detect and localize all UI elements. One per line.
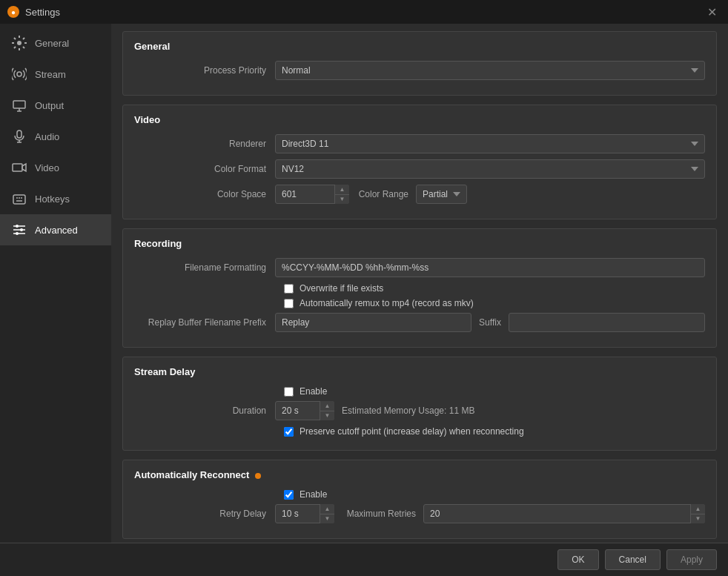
duration-down[interactable]: ▼ — [320, 411, 334, 421]
sidebar-item-audio[interactable]: Audio — [0, 121, 111, 152]
remux-checkbox[interactable] — [284, 299, 294, 308]
color-format-label: Color Format — [134, 164, 275, 174]
recording-section-title: Recording — [134, 238, 705, 249]
max-retries-arrows: ▲ ▼ — [690, 504, 705, 523]
process-priority-select[interactable]: Normal — [275, 61, 705, 80]
filename-input[interactable]: %CCYY-%MM-%DD %hh-%mm-%ss — [275, 258, 705, 277]
max-retries-up[interactable]: ▲ — [691, 504, 705, 514]
remux-label: Automatically remux to mp4 (record as mk… — [300, 298, 474, 308]
auto-reconnect-section: Automatically Reconnect Enable Retry Del… — [122, 460, 717, 539]
color-space-up[interactable]: ▲ — [335, 185, 349, 195]
sidebar-label-stream: Stream — [35, 69, 66, 80]
svg-rect-4 — [13, 164, 22, 171]
max-retries-spinbox-wrapper: ▲ ▼ — [423, 504, 705, 523]
svg-rect-5 — [13, 195, 25, 204]
overwrite-checkbox[interactable] — [284, 284, 294, 294]
process-priority-row: Process Priority Normal — [134, 61, 705, 80]
sidebar-item-output[interactable]: Output — [0, 90, 111, 121]
hotkeys-icon — [11, 191, 27, 207]
auto-reconnect-title-text: Automatically Reconnect — [134, 469, 249, 480]
svg-point-1 — [17, 72, 21, 76]
sidebar-item-video[interactable]: Video — [0, 152, 111, 183]
delay-enable-row: Enable — [134, 386, 705, 397]
general-section: General Process Priority Normal — [122, 31, 717, 96]
color-format-select-wrapper: NV12 — [275, 159, 705, 179]
stream-delay-title: Stream Delay — [134, 366, 705, 377]
gear-icon — [11, 35, 27, 51]
cancel-button[interactable]: Cancel — [605, 549, 661, 570]
max-retries-down[interactable]: ▼ — [691, 514, 705, 524]
memory-usage-text: Estimated Memory Usage: 11 MB — [342, 405, 474, 416]
titlebar-left: ● Settings — [7, 6, 60, 18]
renderer-row: Renderer Direct3D 11 — [134, 134, 705, 153]
sidebar-label-video: Video — [35, 162, 59, 173]
remux-row: Automatically remux to mp4 (record as mk… — [134, 298, 705, 308]
retry-down[interactable]: ▼ — [320, 514, 334, 524]
stream-icon — [11, 66, 27, 82]
duration-up[interactable]: ▲ — [320, 401, 334, 411]
suffix-row: Replay Suffix — [275, 313, 705, 332]
renderer-label: Renderer — [134, 139, 275, 149]
output-icon — [11, 97, 27, 113]
retry-delay-label: Retry Delay — [134, 509, 275, 519]
sidebar-label-audio: Audio — [35, 131, 59, 142]
replay-prefix-input[interactable]: Replay — [275, 313, 471, 332]
sidebar-label-general: General — [35, 38, 69, 49]
duration-arrows: ▲ ▼ — [320, 401, 334, 420]
color-format-select[interactable]: NV12 — [275, 159, 705, 179]
retry-up[interactable]: ▲ — [320, 504, 334, 514]
ok-button[interactable]: OK — [557, 549, 598, 570]
video-section-title: Video — [134, 114, 705, 125]
color-space-down[interactable]: ▼ — [335, 195, 349, 205]
close-button[interactable]: ✕ — [703, 3, 721, 21]
apply-button[interactable]: Apply — [666, 549, 717, 570]
settings-window: ● Settings ✕ General — [0, 0, 728, 576]
sidebar-label-hotkeys: Hotkeys — [35, 193, 70, 205]
filename-label: Filename Formatting — [134, 262, 275, 273]
duration-spinbox: ▲ ▼ — [275, 401, 334, 420]
sidebar-label-advanced: Advanced — [35, 225, 78, 236]
sidebar-item-general[interactable]: General — [0, 27, 111, 59]
app-icon: ● — [7, 6, 19, 18]
reconnect-enable-checkbox[interactable] — [284, 490, 294, 500]
advanced-icon — [11, 222, 27, 238]
svg-point-6 — [16, 225, 19, 228]
retry-delay-arrows: ▲ ▼ — [320, 504, 334, 523]
color-range-select[interactable]: Partial — [416, 185, 467, 204]
retry-delay-spinbox: ▲ ▼ — [275, 504, 334, 523]
sidebar-item-stream[interactable]: Stream — [0, 59, 111, 90]
audio-icon — [11, 128, 27, 145]
renderer-select-wrapper: Direct3D 11 — [275, 134, 705, 153]
filename-row: Filename Formatting %CCYY-%MM-%DD %hh-%m… — [134, 258, 705, 277]
delay-enable-checkbox[interactable] — [284, 387, 294, 397]
reconnect-enable-row: Enable — [134, 489, 705, 500]
max-retries-input[interactable] — [423, 504, 705, 523]
preserve-checkbox[interactable] — [284, 427, 294, 437]
color-space-row: Color Space 601 ▲ ▼ Color Range Partial — [134, 185, 705, 204]
color-format-row: Color Format NV12 — [134, 159, 705, 179]
suffix-input[interactable] — [509, 313, 705, 332]
color-space-arrows: ▲ ▼ — [334, 185, 349, 204]
main-panel: General Process Priority Normal Video Re… — [111, 24, 728, 543]
color-range-select-wrapper: Partial — [416, 185, 705, 204]
titlebar: ● Settings ✕ — [0, 0, 728, 24]
main-content: General Stream — [0, 24, 728, 543]
renderer-select[interactable]: Direct3D 11 — [275, 134, 705, 153]
overwrite-label: Overwrite if file exists — [300, 283, 383, 294]
svg-rect-2 — [13, 101, 25, 108]
stream-delay-section: Stream Delay Enable Duration ▲ ▼ Estimat… — [122, 357, 717, 451]
delay-enable-label: Enable — [300, 386, 327, 397]
svg-point-0 — [17, 41, 21, 45]
video-section: Video Renderer Direct3D 11 Color Format … — [122, 105, 717, 219]
duration-row: Duration ▲ ▼ Estimated Memory Usage: 11 … — [134, 401, 705, 420]
suffix-label: Suffix — [479, 317, 501, 328]
sidebar-item-hotkeys[interactable]: Hotkeys — [0, 183, 111, 214]
sidebar-item-advanced[interactable]: Advanced — [0, 214, 111, 245]
bottom-bar: OK Cancel Apply — [0, 543, 728, 576]
replay-prefix-row: Replay Buffer Filename Prefix Replay Suf… — [134, 313, 705, 332]
process-priority-label: Process Priority — [134, 65, 275, 76]
retry-row: Retry Delay ▲ ▼ Maximum Retries ▲ ▼ — [134, 504, 705, 523]
duration-label: Duration — [134, 405, 275, 416]
preserve-label: Preserve cutoff point (increase delay) w… — [300, 426, 524, 437]
reconnect-indicator — [255, 473, 261, 479]
